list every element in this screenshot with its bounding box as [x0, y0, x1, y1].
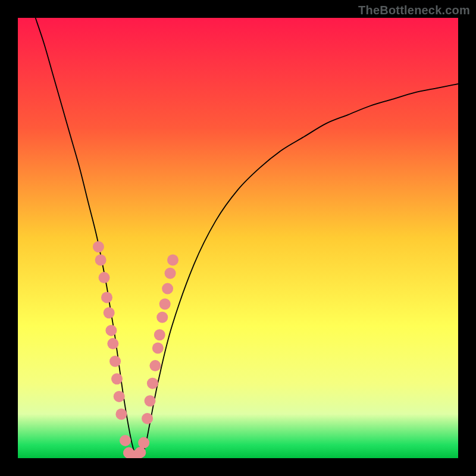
data-point	[120, 435, 131, 446]
data-point	[101, 292, 112, 303]
data-point	[167, 255, 178, 266]
data-point	[145, 395, 156, 406]
data-point	[138, 437, 149, 449]
data-point	[105, 325, 117, 336]
data-point	[109, 356, 121, 367]
data-point	[115, 409, 127, 420]
data-point	[154, 329, 165, 340]
data-point	[159, 299, 171, 310]
data-point	[156, 312, 168, 323]
data-point	[93, 241, 104, 252]
data-point	[149, 360, 161, 371]
data-point	[152, 343, 164, 354]
plot-area	[18, 18, 458, 458]
data-point	[104, 307, 115, 318]
bottleneck-curve	[36, 18, 458, 458]
data-point	[99, 272, 110, 283]
data-point	[162, 283, 173, 295]
data-point	[114, 391, 125, 402]
data-point	[95, 255, 107, 266]
data-point	[111, 373, 123, 384]
data-point	[142, 413, 153, 424]
chart-svg	[18, 18, 458, 458]
attribution-text: TheBottleneck.com	[358, 4, 470, 17]
data-point	[147, 378, 158, 389]
data-point	[165, 268, 176, 279]
chart-frame: TheBottleneck.com	[0, 0, 476, 476]
data-point	[107, 338, 118, 349]
data-point	[134, 447, 146, 458]
